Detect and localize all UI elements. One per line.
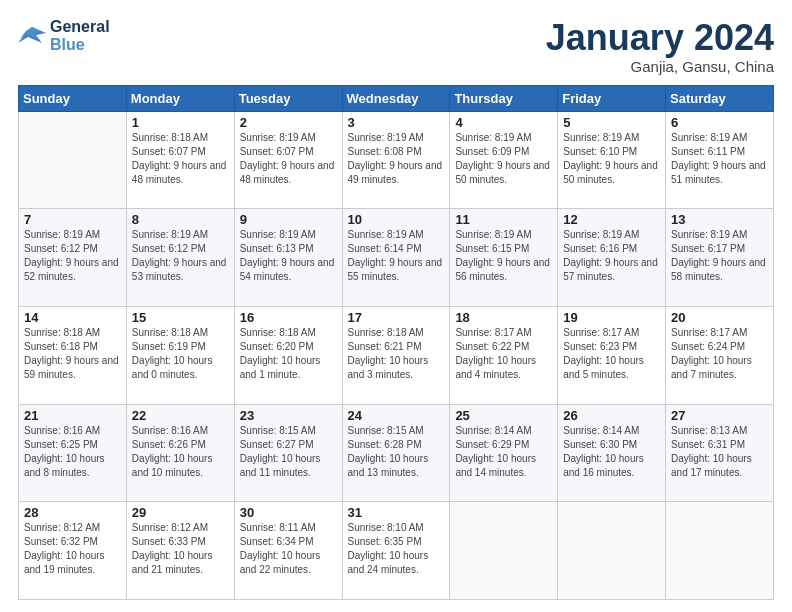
calendar-cell: 24Sunrise: 8:15 AM Sunset: 6:28 PM Dayli…	[342, 404, 450, 502]
day-number: 26	[563, 408, 660, 423]
day-number: 30	[240, 505, 337, 520]
weekday-row: SundayMondayTuesdayWednesdayThursdayFrid…	[19, 85, 774, 111]
day-number: 25	[455, 408, 552, 423]
title-area: January 2024 Ganjia, Gansu, China	[546, 18, 774, 75]
calendar-cell: 30Sunrise: 8:11 AM Sunset: 6:34 PM Dayli…	[234, 502, 342, 600]
day-number: 22	[132, 408, 229, 423]
day-number: 11	[455, 212, 552, 227]
calendar-cell: 20Sunrise: 8:17 AM Sunset: 6:24 PM Dayli…	[666, 306, 774, 404]
calendar-cell	[450, 502, 558, 600]
day-number: 31	[348, 505, 445, 520]
day-info: Sunrise: 8:17 AM Sunset: 6:22 PM Dayligh…	[455, 326, 552, 382]
day-number: 5	[563, 115, 660, 130]
week-row-5: 28Sunrise: 8:12 AM Sunset: 6:32 PM Dayli…	[19, 502, 774, 600]
weekday-header-sunday: Sunday	[19, 85, 127, 111]
day-info: Sunrise: 8:19 AM Sunset: 6:12 PM Dayligh…	[24, 228, 121, 284]
day-number: 27	[671, 408, 768, 423]
day-number: 17	[348, 310, 445, 325]
day-number: 16	[240, 310, 337, 325]
logo: General Blue	[18, 18, 110, 53]
calendar-header: SundayMondayTuesdayWednesdayThursdayFrid…	[19, 85, 774, 111]
day-number: 20	[671, 310, 768, 325]
day-info: Sunrise: 8:12 AM Sunset: 6:32 PM Dayligh…	[24, 521, 121, 577]
day-number: 1	[132, 115, 229, 130]
calendar-cell: 26Sunrise: 8:14 AM Sunset: 6:30 PM Dayli…	[558, 404, 666, 502]
logo-text: General Blue	[50, 18, 110, 53]
calendar-cell: 14Sunrise: 8:18 AM Sunset: 6:18 PM Dayli…	[19, 306, 127, 404]
calendar-cell: 17Sunrise: 8:18 AM Sunset: 6:21 PM Dayli…	[342, 306, 450, 404]
calendar-cell: 9Sunrise: 8:19 AM Sunset: 6:13 PM Daylig…	[234, 209, 342, 307]
day-info: Sunrise: 8:19 AM Sunset: 6:17 PM Dayligh…	[671, 228, 768, 284]
day-info: Sunrise: 8:13 AM Sunset: 6:31 PM Dayligh…	[671, 424, 768, 480]
calendar-cell: 7Sunrise: 8:19 AM Sunset: 6:12 PM Daylig…	[19, 209, 127, 307]
calendar-cell: 18Sunrise: 8:17 AM Sunset: 6:22 PM Dayli…	[450, 306, 558, 404]
day-info: Sunrise: 8:19 AM Sunset: 6:15 PM Dayligh…	[455, 228, 552, 284]
calendar-cell	[666, 502, 774, 600]
day-info: Sunrise: 8:19 AM Sunset: 6:11 PM Dayligh…	[671, 131, 768, 187]
day-info: Sunrise: 8:16 AM Sunset: 6:25 PM Dayligh…	[24, 424, 121, 480]
calendar-cell: 21Sunrise: 8:16 AM Sunset: 6:25 PM Dayli…	[19, 404, 127, 502]
day-info: Sunrise: 8:11 AM Sunset: 6:34 PM Dayligh…	[240, 521, 337, 577]
week-row-2: 7Sunrise: 8:19 AM Sunset: 6:12 PM Daylig…	[19, 209, 774, 307]
day-number: 7	[24, 212, 121, 227]
day-info: Sunrise: 8:18 AM Sunset: 6:07 PM Dayligh…	[132, 131, 229, 187]
calendar-cell	[19, 111, 127, 209]
weekday-header-saturday: Saturday	[666, 85, 774, 111]
day-info: Sunrise: 8:19 AM Sunset: 6:07 PM Dayligh…	[240, 131, 337, 187]
day-info: Sunrise: 8:19 AM Sunset: 6:12 PM Dayligh…	[132, 228, 229, 284]
calendar-title: January 2024	[546, 18, 774, 58]
calendar-cell: 11Sunrise: 8:19 AM Sunset: 6:15 PM Dayli…	[450, 209, 558, 307]
week-row-4: 21Sunrise: 8:16 AM Sunset: 6:25 PM Dayli…	[19, 404, 774, 502]
calendar-cell: 31Sunrise: 8:10 AM Sunset: 6:35 PM Dayli…	[342, 502, 450, 600]
week-row-1: 1Sunrise: 8:18 AM Sunset: 6:07 PM Daylig…	[19, 111, 774, 209]
day-info: Sunrise: 8:19 AM Sunset: 6:16 PM Dayligh…	[563, 228, 660, 284]
day-info: Sunrise: 8:18 AM Sunset: 6:19 PM Dayligh…	[132, 326, 229, 382]
calendar-cell: 16Sunrise: 8:18 AM Sunset: 6:20 PM Dayli…	[234, 306, 342, 404]
page: General Blue January 2024 Ganjia, Gansu,…	[0, 0, 792, 612]
calendar-cell: 23Sunrise: 8:15 AM Sunset: 6:27 PM Dayli…	[234, 404, 342, 502]
day-number: 10	[348, 212, 445, 227]
day-number: 18	[455, 310, 552, 325]
day-info: Sunrise: 8:18 AM Sunset: 6:18 PM Dayligh…	[24, 326, 121, 382]
day-info: Sunrise: 8:14 AM Sunset: 6:30 PM Dayligh…	[563, 424, 660, 480]
calendar-cell: 6Sunrise: 8:19 AM Sunset: 6:11 PM Daylig…	[666, 111, 774, 209]
day-number: 8	[132, 212, 229, 227]
day-number: 23	[240, 408, 337, 423]
day-info: Sunrise: 8:16 AM Sunset: 6:26 PM Dayligh…	[132, 424, 229, 480]
week-row-3: 14Sunrise: 8:18 AM Sunset: 6:18 PM Dayli…	[19, 306, 774, 404]
day-number: 21	[24, 408, 121, 423]
calendar-table: SundayMondayTuesdayWednesdayThursdayFrid…	[18, 85, 774, 600]
day-info: Sunrise: 8:18 AM Sunset: 6:21 PM Dayligh…	[348, 326, 445, 382]
day-info: Sunrise: 8:19 AM Sunset: 6:10 PM Dayligh…	[563, 131, 660, 187]
calendar-cell: 22Sunrise: 8:16 AM Sunset: 6:26 PM Dayli…	[126, 404, 234, 502]
day-number: 28	[24, 505, 121, 520]
calendar-cell: 28Sunrise: 8:12 AM Sunset: 6:32 PM Dayli…	[19, 502, 127, 600]
day-number: 9	[240, 212, 337, 227]
calendar-cell: 1Sunrise: 8:18 AM Sunset: 6:07 PM Daylig…	[126, 111, 234, 209]
weekday-header-friday: Friday	[558, 85, 666, 111]
calendar-cell: 27Sunrise: 8:13 AM Sunset: 6:31 PM Dayli…	[666, 404, 774, 502]
weekday-header-monday: Monday	[126, 85, 234, 111]
weekday-header-wednesday: Wednesday	[342, 85, 450, 111]
calendar-cell: 15Sunrise: 8:18 AM Sunset: 6:19 PM Dayli…	[126, 306, 234, 404]
day-info: Sunrise: 8:15 AM Sunset: 6:27 PM Dayligh…	[240, 424, 337, 480]
header: General Blue January 2024 Ganjia, Gansu,…	[18, 18, 774, 75]
day-number: 15	[132, 310, 229, 325]
day-info: Sunrise: 8:18 AM Sunset: 6:20 PM Dayligh…	[240, 326, 337, 382]
day-number: 14	[24, 310, 121, 325]
day-number: 12	[563, 212, 660, 227]
day-info: Sunrise: 8:19 AM Sunset: 6:08 PM Dayligh…	[348, 131, 445, 187]
day-number: 24	[348, 408, 445, 423]
calendar-cell: 19Sunrise: 8:17 AM Sunset: 6:23 PM Dayli…	[558, 306, 666, 404]
day-number: 4	[455, 115, 552, 130]
day-info: Sunrise: 8:14 AM Sunset: 6:29 PM Dayligh…	[455, 424, 552, 480]
calendar-body: 1Sunrise: 8:18 AM Sunset: 6:07 PM Daylig…	[19, 111, 774, 599]
day-number: 19	[563, 310, 660, 325]
weekday-header-thursday: Thursday	[450, 85, 558, 111]
day-number: 6	[671, 115, 768, 130]
calendar-cell: 13Sunrise: 8:19 AM Sunset: 6:17 PM Dayli…	[666, 209, 774, 307]
calendar-cell	[558, 502, 666, 600]
calendar-cell: 2Sunrise: 8:19 AM Sunset: 6:07 PM Daylig…	[234, 111, 342, 209]
day-info: Sunrise: 8:15 AM Sunset: 6:28 PM Dayligh…	[348, 424, 445, 480]
calendar-subtitle: Ganjia, Gansu, China	[546, 58, 774, 75]
